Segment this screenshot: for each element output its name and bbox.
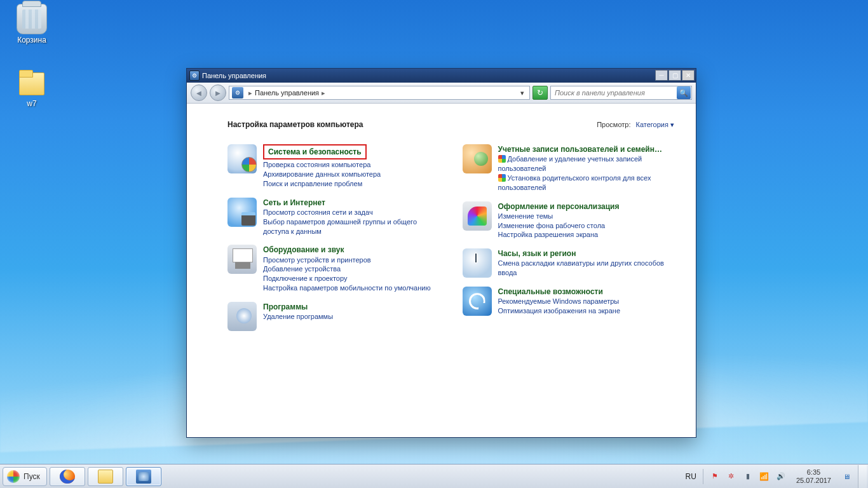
- users-icon: [463, 144, 492, 173]
- tray-security-icon[interactable]: ✲: [726, 471, 736, 482]
- category-column-right: Учетные записи пользователей и семейн… Д…: [463, 144, 675, 331]
- start-label: Пуск: [24, 472, 40, 481]
- category-title-link[interactable]: Оформление и персонализация: [498, 201, 620, 212]
- tray-clock[interactable]: 6:35 25.07.2017: [792, 468, 835, 484]
- shield-icon: [227, 144, 257, 173]
- tray-separator: [703, 469, 703, 484]
- tray-network-icon[interactable]: ▮: [743, 471, 753, 482]
- category-user-accounts: Учетные записи пользователей и семейн… Д…: [463, 144, 675, 193]
- appearance-icon: [463, 201, 492, 231]
- category-title-link[interactable]: Специальные возможности: [498, 287, 603, 297]
- category-appearance: Оформление и персонализация Изменение те…: [463, 201, 675, 240]
- clock-globe-icon: [463, 248, 492, 278]
- desktop-icon-recycle-bin[interactable]: Корзина: [6, 4, 57, 44]
- search-box[interactable]: 🔍: [550, 86, 692, 100]
- breadcrumb-sep: ▸: [246, 89, 255, 97]
- minimize-button[interactable]: ─: [655, 70, 668, 81]
- address-bar[interactable]: ⚙ ▸ Панель управления ▸ ▾: [229, 86, 530, 100]
- view-value[interactable]: Категория ▾: [636, 121, 675, 129]
- category-sublink[interactable]: Установка родительского контроля для все…: [498, 173, 675, 193]
- explorer-icon: [98, 470, 113, 484]
- category-sublink[interactable]: Архивирование данных компьютера: [263, 170, 381, 179]
- category-title-link[interactable]: Программы: [263, 302, 308, 312]
- category-programs: Программы Удаление программы: [227, 302, 440, 331]
- view-label: Просмотр:: [597, 121, 630, 128]
- system-tray: RU ⚑ ✲ ▮ 📶 🔊 6:35 25.07.2017 🖥: [679, 464, 868, 488]
- tray-monitor-icon[interactable]: 🖥: [841, 471, 851, 482]
- window-titlebar[interactable]: ⚙ Панель управления ─ ▢ ✕: [187, 69, 696, 83]
- category-sublink[interactable]: Добавление устройства: [263, 264, 431, 274]
- category-sublink[interactable]: Выбор параметров домашней группы и общег…: [263, 217, 440, 236]
- desktop-icon-folder-w7[interactable]: w7: [6, 67, 57, 108]
- globe-network-icon: [227, 198, 257, 227]
- category-system-security: Система и безопасность Проверка состояни…: [227, 144, 440, 189]
- category-title-link[interactable]: Часы, язык и регион: [498, 248, 576, 259]
- ease-of-access-icon: [463, 287, 492, 316]
- tray-volume-icon[interactable]: 🔊: [776, 471, 786, 482]
- category-clock-language-region: Часы, язык и регион Смена раскладки клав…: [463, 248, 675, 278]
- control-panel-window: ⚙ Панель управления ─ ▢ ✕ ◄ ► ⚙ ▸ Панель…: [186, 68, 696, 438]
- taskbar-btn-explorer[interactable]: [88, 467, 123, 486]
- category-sublink[interactable]: Просмотр устройств и принтеров: [263, 255, 431, 265]
- control-panel-icon: [136, 470, 151, 484]
- uac-shield-icon: [498, 174, 506, 182]
- disc-box-icon: [227, 302, 257, 331]
- breadcrumb-sep: ▸: [319, 89, 328, 97]
- category-sublink[interactable]: Проверка состояния компьютера: [263, 160, 381, 170]
- category-network-internet: Сеть и Интернет Просмотр состояния сети …: [227, 198, 440, 236]
- category-ease-of-access: Специальные возможности Рекомендуемые Wi…: [463, 287, 675, 316]
- breadcrumb-text: Панель управления: [255, 89, 319, 97]
- taskbar: Пуск RU ⚑ ✲ ▮ 📶 🔊 6:35 25.07.2017 🖥: [0, 464, 868, 488]
- control-panel-icon: ⚙: [232, 87, 243, 98]
- view-selector: Просмотр: Категория ▾: [597, 121, 674, 129]
- desktop-icon-label: w7: [6, 99, 57, 108]
- recycle-bin-icon: [17, 4, 47, 34]
- language-indicator[interactable]: RU: [686, 472, 696, 481]
- category-column-left: Система и безопасность Проверка состояни…: [227, 144, 440, 331]
- category-sublink[interactable]: Поиск и исправление проблем: [263, 179, 381, 189]
- category-title-link[interactable]: Система и безопасность: [263, 144, 367, 159]
- category-sublink[interactable]: Просмотр состояния сети и задач: [263, 208, 440, 217]
- category-title-link[interactable]: Сеть и Интернет: [263, 198, 325, 208]
- forward-button[interactable]: ►: [210, 85, 226, 101]
- firefox-icon: [60, 470, 75, 484]
- category-title-link[interactable]: Учетные записи пользователей и семейн…: [498, 144, 662, 154]
- back-button[interactable]: ◄: [191, 85, 207, 101]
- tray-flag-icon[interactable]: ⚑: [710, 471, 720, 482]
- desktop-icon-label: Корзина: [6, 36, 57, 44]
- taskbar-btn-control-panel[interactable]: [126, 467, 161, 486]
- category-sublink[interactable]: Оптимизация изображения на экране: [498, 306, 621, 316]
- category-sublink[interactable]: Изменение темы: [498, 212, 620, 221]
- category-sublink[interactable]: Подключение к проектору: [263, 274, 431, 283]
- page-heading: Настройка параметров компьютера: [227, 120, 363, 129]
- show-desktop-button[interactable]: [858, 465, 867, 488]
- search-go-button[interactable]: 🔍: [677, 86, 691, 99]
- category-sublink[interactable]: Настройка параметров мобильности по умол…: [263, 283, 431, 293]
- category-sublink[interactable]: Изменение фона рабочего стола: [498, 221, 620, 231]
- navigation-bar: ◄ ► ⚙ ▸ Панель управления ▸ ▾ ↻ 🔍: [187, 83, 696, 104]
- start-button[interactable]: Пуск: [3, 467, 47, 486]
- window-title-text: Панель управления: [202, 72, 266, 79]
- category-hardware-sound: Оборудование и звук Просмотр устройств и…: [227, 245, 440, 293]
- search-input[interactable]: [551, 89, 676, 97]
- control-panel-icon: ⚙: [189, 71, 200, 81]
- uac-shield-icon: [498, 155, 506, 163]
- taskbar-btn-firefox[interactable]: [50, 467, 85, 486]
- folder-icon: [17, 67, 47, 98]
- content-area: Настройка параметров компьютера Просмотр…: [187, 104, 696, 437]
- clock-date: 25.07.2017: [796, 477, 831, 485]
- maximize-button[interactable]: ▢: [668, 70, 681, 81]
- close-button[interactable]: ✕: [682, 70, 695, 81]
- clock-time: 6:35: [796, 468, 831, 477]
- category-sublink[interactable]: Добавление и удаление учетных записей по…: [498, 154, 675, 173]
- category-sublink[interactable]: Рекомендуемые Windows параметры: [498, 297, 621, 306]
- refresh-button[interactable]: ↻: [532, 86, 548, 100]
- windows-orb-icon: [7, 470, 20, 483]
- category-sublink[interactable]: Смена раскладки клавиатуры или других сп…: [498, 259, 675, 278]
- printer-icon: [227, 245, 257, 274]
- category-sublink[interactable]: Удаление программы: [263, 312, 333, 322]
- category-sublink[interactable]: Настройка разрешения экрана: [498, 230, 620, 240]
- address-dropdown-icon[interactable]: ▾: [515, 89, 529, 97]
- tray-wifi-icon[interactable]: 📶: [759, 471, 770, 482]
- category-title-link[interactable]: Оборудование и звук: [263, 245, 344, 255]
